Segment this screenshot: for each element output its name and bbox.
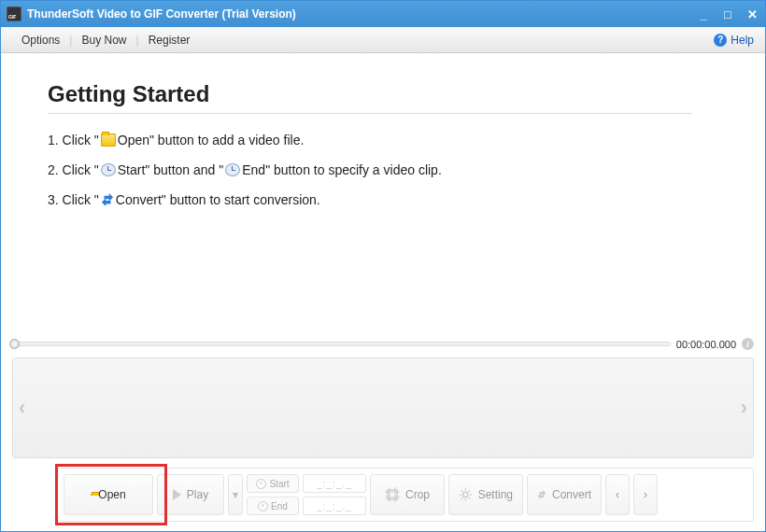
play-dropdown[interactable]: ▾ [228, 474, 243, 515]
step-2: 2. Click " Start" button and " End" butt… [48, 162, 718, 177]
setting-button[interactable]: Setting [448, 474, 523, 515]
titlebar[interactable]: ThunderSoft Video to GIF Converter (Tria… [1, 1, 765, 27]
clock-start-icon [101, 163, 116, 176]
close-button[interactable]: ✕ [745, 7, 759, 21]
timeline-slider[interactable] [12, 342, 671, 346]
timeline: 00:00:00.000 i [1, 330, 765, 354]
page-title: Getting Started [48, 81, 718, 107]
convert-icon [101, 193, 114, 206]
play-button[interactable]: Play [157, 474, 224, 515]
convert-icon [537, 487, 546, 502]
menu-buy-now[interactable]: Buy Now [72, 34, 135, 47]
prev-button[interactable]: ‹ [605, 474, 630, 515]
maximize-button[interactable]: □ [720, 7, 735, 21]
slider-thumb[interactable] [9, 339, 20, 349]
toolbar: Open Play ▾ Start End _:_:_._ _:_:_._ [57, 468, 754, 522]
help-link[interactable]: ? Help [714, 34, 754, 47]
step-1: 1. Click " Open" button to add a video f… [48, 133, 718, 147]
preview-prev[interactable]: ‹ [19, 396, 25, 420]
window-title: ThunderSoft Video to GIF Converter (Tria… [27, 7, 696, 21]
play-icon [173, 489, 181, 500]
end-time-field[interactable]: _:_:_._ [303, 497, 366, 515]
end-button[interactable]: End [247, 497, 299, 515]
convert-button[interactable]: Convert [527, 474, 602, 515]
open-button[interactable]: Open [64, 474, 153, 515]
clock-icon [256, 479, 266, 489]
preview-strip: ‹ › [12, 357, 754, 458]
folder-icon [91, 494, 92, 496]
crop-button[interactable]: Crop [370, 474, 445, 515]
minimize-button[interactable]: _ [696, 7, 711, 21]
preview-next[interactable]: › [741, 396, 747, 420]
svg-point-5 [463, 492, 468, 497]
menu-register[interactable]: Register [139, 34, 200, 47]
help-icon: ? [714, 34, 727, 47]
start-button[interactable]: Start [247, 474, 299, 493]
gear-icon [459, 487, 473, 502]
menu-options[interactable]: Options [12, 34, 69, 47]
start-time-field[interactable]: _:_:_._ [303, 474, 366, 493]
crop-icon [385, 487, 400, 502]
app-icon [7, 7, 21, 21]
folder-icon [101, 133, 116, 147]
timecode: 00:00:00.000 [676, 339, 736, 350]
menubar: Options | Buy Now | Register ? Help [1, 27, 765, 53]
clock-end-icon [225, 163, 240, 176]
content-area: Getting Started 1. Click " Open" button … [1, 53, 765, 330]
info-icon[interactable]: i [742, 338, 754, 350]
app-window: ThunderSoft Video to GIF Converter (Tria… [0, 0, 766, 532]
clock-icon [258, 501, 268, 511]
next-button[interactable]: › [633, 474, 658, 515]
step-3: 3. Click " Convert" button to start conv… [48, 192, 718, 207]
